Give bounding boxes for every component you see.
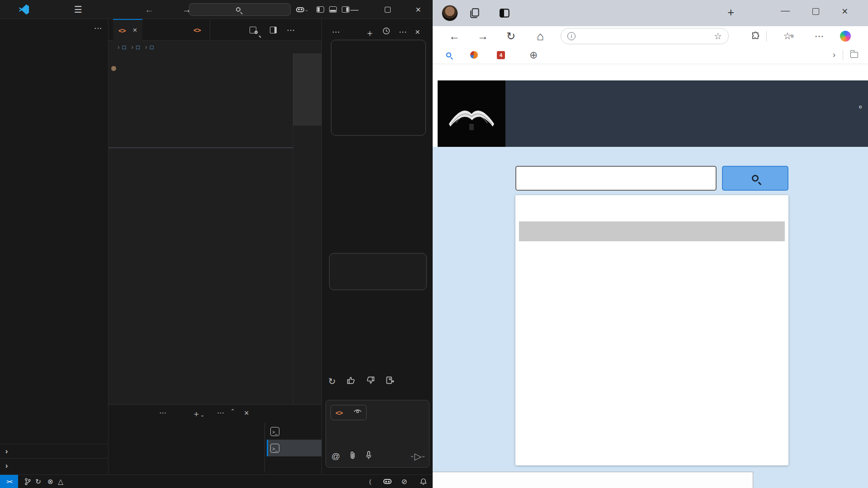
breadcrumb[interactable]: › □ › □ › □	[108, 41, 321, 53]
mic-icon[interactable]	[365, 451, 372, 462]
browser-back-icon[interactable]: ←	[447, 26, 462, 46]
html-file-icon: <>	[118, 27, 126, 34]
toggle-panel-icon[interactable]	[327, 0, 339, 19]
favorites-overflow-chevron[interactable]: ›	[833, 50, 835, 60]
new-chat-icon[interactable]: ＋	[365, 27, 374, 39]
tab-index-html[interactable]: <> ×	[113, 19, 142, 41]
regenerate-icon[interactable]: ↻	[328, 376, 336, 387]
attach-icon[interactable]	[349, 451, 356, 462]
extensions-puzzle-icon[interactable]	[749, 26, 763, 46]
browser-forward-icon[interactable]: →	[476, 26, 490, 46]
sync-icon[interactable]: ↻	[35, 478, 41, 486]
port-forward[interactable]: ⊘	[401, 478, 410, 486]
open-preview-icon[interactable]	[244, 19, 263, 41]
explorer-more-icon[interactable]: ⋯	[94, 23, 102, 33]
chat-history-icon[interactable]	[382, 27, 390, 37]
new-terminal-icon[interactable]: ＋⌄	[192, 408, 204, 419]
edge-copilot-icon[interactable]	[839, 26, 852, 46]
site-title: o	[859, 103, 862, 115]
result-item-selected[interactable]	[519, 221, 785, 241]
refresh-icon[interactable]: ↻	[504, 26, 518, 46]
send-options-icon[interactable]: ›	[420, 455, 427, 457]
maximize-panel-icon[interactable]: ˆ	[231, 408, 234, 417]
word-search-input[interactable]	[515, 166, 717, 191]
symbol-cube-icon: □	[123, 44, 126, 51]
globe-icon[interactable]: ⊕	[529, 49, 538, 61]
workspaces-icon[interactable]	[469, 7, 481, 21]
address-bar[interactable]: i ☆	[561, 28, 729, 44]
close-tab-icon[interactable]: ×	[133, 26, 137, 35]
menu-icon[interactable]: ☰	[70, 0, 86, 19]
home-icon[interactable]: ⌂	[533, 26, 547, 46]
terminal-instance-powershell-active[interactable]: >_	[267, 440, 321, 456]
favorite-star-icon[interactable]: ☆	[714, 31, 722, 42]
powershell-icon: >_	[270, 427, 279, 436]
terminal-instance-powershell[interactable]: >_	[267, 423, 321, 440]
code-editor[interactable]	[108, 53, 321, 404]
chat-more-icon[interactable]: ⋯	[399, 27, 407, 37]
chat-quote-box	[331, 40, 426, 136]
edge-window: + — × ← → ↻ ⌂ i ☆ ☆≡ ⋯	[433, 0, 868, 488]
split-window-icon[interactable]	[499, 7, 510, 21]
thumbs-down-icon[interactable]	[366, 376, 375, 387]
favorite-sites-suggeres[interactable]	[446, 52, 455, 57]
minimap-slider[interactable]	[293, 53, 321, 126]
sidebar-section-chronologie[interactable]: ›	[0, 458, 108, 473]
site-info-icon[interactable]: i	[567, 32, 576, 40]
pie-icon	[470, 51, 478, 59]
edge-tabbar: + — ×	[433, 0, 868, 26]
result-item[interactable]	[519, 261, 785, 281]
vscode-statusbar: >< ↻ ⊗ △ ( ⊘	[0, 474, 433, 488]
thumbs-up-icon[interactable]	[347, 376, 355, 387]
back-icon[interactable]: ←	[142, 0, 156, 19]
copilot-status-icon[interactable]	[383, 479, 392, 484]
favorite-drivers-bios[interactable]: 4	[497, 51, 509, 59]
link-preview-statusbar	[433, 472, 753, 488]
vscode-window: ☰ ← → ⌄ — × ⋯ ›	[0, 0, 433, 488]
chat-input-box[interactable]: <> @ ›▷›	[326, 400, 429, 468]
profile-avatar[interactable]	[442, 5, 458, 21]
vscode-logo	[17, 0, 31, 19]
git-branch[interactable]: ↻	[24, 478, 41, 486]
tab-pdf-file-html[interactable]: <>	[188, 19, 210, 41]
chat-overflow-icon[interactable]: ⋯	[332, 27, 340, 37]
new-tab-icon[interactable]: +	[727, 5, 734, 19]
mention-icon[interactable]: @	[331, 451, 340, 461]
favorites-list-icon[interactable]: ☆≡	[781, 26, 796, 46]
terminal-overflow-icon[interactable]: ⋯	[217, 408, 224, 417]
copilot-icon[interactable]: ⌄	[295, 0, 310, 19]
edge-minimize-button[interactable]: —	[781, 5, 790, 16]
insert-into-file-icon[interactable]	[386, 376, 394, 387]
terminal-panel: ⋯ ＋⌄ ⋯ ˆ × >_ >_	[108, 404, 321, 474]
vscode-close-button[interactable]: ×	[412, 0, 425, 19]
favorite-choix[interactable]	[470, 51, 481, 59]
chevron-icon: ›	[3, 447, 10, 456]
result-item[interactable]	[519, 241, 785, 261]
vscode-maximize-button[interactable]	[381, 0, 394, 19]
gutter-dot[interactable]	[111, 66, 116, 71]
remote-indicator[interactable]: ><	[0, 475, 18, 488]
edge-maximize-button[interactable]	[812, 7, 819, 17]
terminal-more-icon[interactable]: ⋯	[159, 408, 166, 417]
editor-tabbar: <> × <> ⋯	[108, 19, 321, 41]
split-editor-icon[interactable]	[264, 19, 282, 41]
sidebar-section-structure[interactable]: ›	[0, 444, 108, 458]
other-favorites[interactable]	[850, 52, 862, 58]
vscode-minimize-button[interactable]: —	[348, 0, 361, 19]
close-panel-icon[interactable]: ×	[244, 408, 249, 418]
language-mode[interactable]: (	[369, 478, 373, 485]
settings-more-icon[interactable]: ⋯	[812, 26, 826, 46]
search-icon	[752, 175, 759, 182]
edge-close-button[interactable]: ×	[842, 5, 848, 18]
close-chat-icon[interactable]: ×	[415, 27, 420, 37]
search-button[interactable]	[722, 166, 788, 191]
context-chip[interactable]: <>	[330, 405, 367, 420]
screen: ☰ ← → ⌄ — × ⋯ ›	[0, 0, 868, 488]
problems-indicator[interactable]: ⊗ △	[47, 478, 66, 486]
customize-layout-icon[interactable]	[314, 0, 326, 19]
command-center-search[interactable]	[189, 3, 291, 16]
editor-more-actions-icon[interactable]: ⋯	[281, 19, 301, 41]
site-header: o	[438, 80, 868, 147]
notifications-bell-icon[interactable]	[420, 478, 427, 486]
eye-icon[interactable]	[354, 408, 362, 417]
